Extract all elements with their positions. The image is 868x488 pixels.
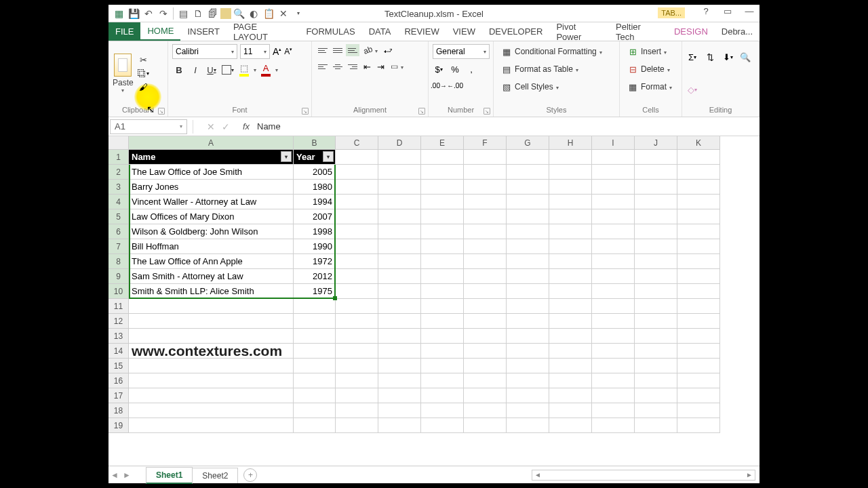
undo-icon[interactable]: ↶ — [141, 6, 156, 21]
cell-empty[interactable] — [677, 418, 720, 433]
cell-empty[interactable] — [592, 299, 635, 314]
cell-empty[interactable] — [592, 373, 635, 388]
paste-button[interactable]: Paste ▾ — [113, 54, 134, 94]
cell-year[interactable] — [294, 344, 336, 359]
cell-empty[interactable] — [549, 180, 592, 195]
cell-empty[interactable] — [336, 239, 378, 254]
cell-empty[interactable] — [507, 403, 549, 418]
name-box[interactable]: A1▾ — [110, 119, 187, 134]
qat-icon-1[interactable]: ▤ — [176, 6, 191, 21]
fill-icon[interactable]: ⬇▾ — [722, 52, 734, 64]
filter-button[interactable]: ▾ — [323, 151, 334, 162]
cell-empty[interactable] — [549, 254, 592, 269]
cell-empty[interactable] — [592, 314, 635, 329]
col-header-i[interactable]: I — [592, 136, 635, 150]
border-button[interactable]: ▾ — [221, 63, 235, 77]
cell-empty[interactable] — [677, 254, 720, 269]
conditional-formatting-button[interactable]: ▦Conditional Formatting — [498, 44, 605, 59]
cell-empty[interactable] — [378, 209, 421, 224]
cell-empty[interactable] — [336, 403, 378, 418]
fx-icon[interactable]: fx — [238, 121, 254, 131]
cell-empty[interactable] — [507, 314, 549, 329]
cell-name[interactable] — [129, 418, 294, 433]
cell-empty[interactable] — [635, 373, 677, 388]
cell-empty[interactable] — [549, 359, 592, 373]
cell-name[interactable]: Law Offices of Mary Dixon — [129, 209, 294, 224]
cell-empty[interactable] — [464, 195, 507, 209]
row-header[interactable]: 11 — [108, 299, 129, 314]
tab-pivot-power[interactable]: Pivot Power — [549, 22, 609, 41]
cell-name[interactable]: The Law Office of Joe Smith — [129, 165, 294, 180]
wrap-text-icon[interactable]: ⮐ — [382, 44, 394, 56]
cell-empty[interactable] — [336, 209, 378, 224]
cell-empty[interactable] — [677, 388, 720, 403]
tab-data[interactable]: DATA — [362, 22, 398, 41]
cell-empty[interactable] — [507, 224, 549, 239]
tab-file[interactable]: FILE — [108, 22, 140, 41]
sheet-tab-2[interactable]: Sheet2 — [192, 468, 238, 483]
cell-empty[interactable] — [635, 418, 677, 433]
cell-year[interactable] — [294, 418, 336, 433]
cell-empty[interactable] — [421, 418, 464, 433]
cell-empty[interactable] — [592, 403, 635, 418]
tab-developer[interactable]: DEVELOPER — [482, 22, 549, 41]
cell-empty[interactable] — [378, 224, 421, 239]
qat-icon-3[interactable]: 🗐 — [205, 6, 220, 21]
table-header-name[interactable]: Name▾ — [129, 150, 294, 165]
cell-empty[interactable] — [635, 403, 677, 418]
cell-empty[interactable] — [507, 150, 549, 165]
orientation-button[interactable]: ab — [361, 44, 380, 56]
cell-empty[interactable] — [336, 329, 378, 344]
cell-empty[interactable] — [592, 269, 635, 284]
cell-name[interactable] — [129, 314, 294, 329]
qat-close-icon[interactable]: ✕ — [276, 6, 291, 21]
cell-empty[interactable] — [635, 180, 677, 195]
cell-empty[interactable] — [336, 180, 378, 195]
filter-button[interactable]: ▾ — [281, 151, 292, 162]
qat-icon-6[interactable]: ◐ — [246, 6, 261, 21]
save-icon[interactable]: 💾 — [126, 6, 141, 21]
delete-cells-button[interactable]: ⊟Delete — [624, 62, 673, 77]
cell-year[interactable]: 1998 — [294, 224, 336, 239]
row-header[interactable]: 7 — [108, 239, 129, 254]
currency-icon[interactable]: $▾ — [433, 63, 445, 75]
tab-insert[interactable]: INSERT — [180, 22, 226, 41]
cell-name[interactable]: Smith & Smith LLP: Alice Smith — [129, 284, 294, 299]
cell-empty[interactable] — [677, 299, 720, 314]
cell-year[interactable] — [294, 314, 336, 329]
cell-empty[interactable] — [635, 195, 677, 209]
cell-empty[interactable] — [421, 224, 464, 239]
cell-year[interactable]: 1990 — [294, 239, 336, 254]
cell-empty[interactable] — [677, 239, 720, 254]
grow-font-icon[interactable]: A▴ — [273, 46, 281, 57]
ribbon-options-icon[interactable]: ▭ — [720, 6, 735, 16]
tab-view[interactable]: VIEW — [446, 22, 482, 41]
cell-empty[interactable] — [592, 284, 635, 299]
cell-empty[interactable] — [421, 269, 464, 284]
row-header[interactable]: 13 — [108, 329, 129, 344]
cell-empty[interactable] — [378, 195, 421, 209]
cell-empty[interactable] — [635, 224, 677, 239]
cell-empty[interactable] — [677, 344, 720, 359]
tab-page-layout[interactable]: PAGE LAYOUT — [226, 22, 300, 41]
cell-empty[interactable] — [507, 195, 549, 209]
cell-empty[interactable] — [464, 299, 507, 314]
cell-empty[interactable] — [549, 284, 592, 299]
minimize-icon[interactable]: — — [742, 6, 757, 16]
percent-icon[interactable]: % — [449, 63, 461, 75]
cell-empty[interactable] — [464, 180, 507, 195]
cell-empty[interactable] — [336, 299, 378, 314]
cell-empty[interactable] — [549, 418, 592, 433]
cell-empty[interactable] — [592, 180, 635, 195]
align-bottom-icon[interactable] — [346, 44, 359, 56]
cell-empty[interactable] — [421, 359, 464, 373]
cell-empty[interactable] — [421, 388, 464, 403]
cell-empty[interactable] — [378, 299, 421, 314]
format-painter-icon[interactable]: 🖌 — [138, 81, 150, 94]
cell-empty[interactable] — [507, 269, 549, 284]
qat-icon-7[interactable]: 📋 — [261, 6, 276, 21]
cell-empty[interactable] — [507, 373, 549, 388]
cell-empty[interactable] — [592, 150, 635, 165]
cell-empty[interactable] — [421, 239, 464, 254]
cell-name[interactable]: Sam Smith - Attorney at Law — [129, 269, 294, 284]
